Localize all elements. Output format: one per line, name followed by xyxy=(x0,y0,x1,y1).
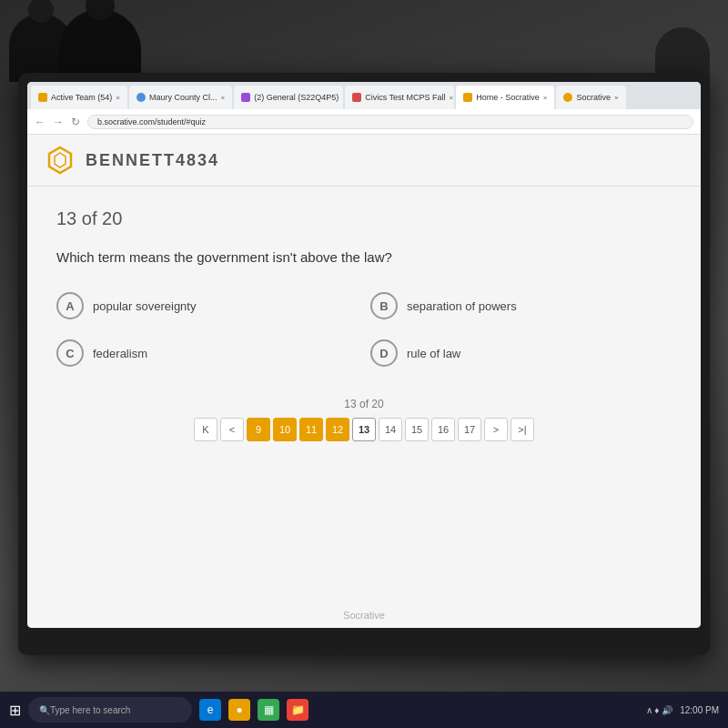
question-text: Which term means the government isn't ab… xyxy=(56,248,672,267)
address-input[interactable]: b.socrative.com/student/#quiz xyxy=(87,115,693,129)
tab-close-icon[interactable]: × xyxy=(543,94,548,102)
svg-marker-1 xyxy=(55,153,66,167)
start-button[interactable]: ⊞ xyxy=(9,702,21,719)
taskbar-icon-2[interactable]: ▦ xyxy=(258,699,279,721)
answer-bubble-b: B xyxy=(370,292,398,319)
address-bar: ← → ↻ b.socrative.com/student/#quiz xyxy=(27,109,701,135)
page-next-button[interactable]: > xyxy=(484,418,508,441)
tab-general[interactable]: (2) General (S22Q4P5) × xyxy=(234,86,343,109)
page-first-button[interactable]: K xyxy=(194,418,217,441)
svg-marker-0 xyxy=(49,147,71,173)
answer-text-c: federalism xyxy=(93,347,147,360)
taskbar: ⊞ 🔍 Type here to search e ● ▦ 📁 ∧ ♦ 🔊 12… xyxy=(0,692,728,728)
screen-bezel: Active Team (54) × Maury County Cl... × … xyxy=(27,82,701,628)
tab-home-socrative[interactable]: Home - Socrative × xyxy=(456,86,554,109)
tab-civics[interactable]: Civics Test MCPS Fall × xyxy=(345,86,454,109)
taskbar-right: ∧ ♦ 🔊 12:00 PM xyxy=(646,705,719,715)
taskbar-icon-1[interactable]: ● xyxy=(228,699,250,721)
page-prev-button[interactable]: < xyxy=(220,418,244,441)
socrative-logo xyxy=(46,146,75,175)
answer-text-b: separation of powers xyxy=(407,299,517,313)
page-13-button[interactable]: 13 xyxy=(352,418,376,441)
pagination-area: 13 of 20 K < 9 10 11 12 13 14 15 16 xyxy=(56,398,672,441)
reload-button[interactable]: ↻ xyxy=(71,116,80,128)
answer-bubble-d: D xyxy=(370,339,398,367)
page-10-button[interactable]: 10 xyxy=(273,418,297,441)
tab-close-icon[interactable]: × xyxy=(450,94,454,102)
answer-text-d: rule of law xyxy=(407,347,460,360)
tab-close-icon[interactable]: × xyxy=(116,94,120,102)
tab-bar: Active Team (54) × Maury County Cl... × … xyxy=(27,82,701,109)
background-people xyxy=(0,0,728,82)
answer-option-a[interactable]: A popular sovereignty xyxy=(56,288,358,323)
question-counter: 13 of 20 xyxy=(56,208,672,229)
answers-grid: A popular sovereignty B separation of po… xyxy=(56,288,672,370)
page-controls: K < 9 10 11 12 13 14 15 16 17 > xyxy=(194,418,534,441)
page-11-button[interactable]: 11 xyxy=(299,418,323,441)
room-name: BENNETT4834 xyxy=(86,151,219,170)
page-12-button[interactable]: 12 xyxy=(326,418,349,441)
tab-maury[interactable]: Maury County Cl... × xyxy=(129,86,232,109)
tab-close-icon[interactable]: × xyxy=(221,94,226,102)
page-last-button[interactable]: >| xyxy=(511,418,534,441)
page-16-button[interactable]: 16 xyxy=(431,418,455,441)
quiz-content: 13 of 20 Which term means the government… xyxy=(27,187,701,602)
back-button[interactable]: ← xyxy=(35,116,46,128)
page-15-button[interactable]: 15 xyxy=(405,418,429,441)
socrative-app: BENNETT4834 13 of 20 Which term means th… xyxy=(27,135,701,628)
answer-option-d[interactable]: D rule of law xyxy=(370,336,672,370)
laptop-frame: Active Team (54) × Maury County Cl... × … xyxy=(18,73,710,655)
search-icon: 🔍 xyxy=(39,705,50,715)
taskbar-edge-icon[interactable]: e xyxy=(199,699,221,721)
answer-option-c[interactable]: C federalism xyxy=(56,336,358,370)
browser-window: Active Team (54) × Maury County Cl... × … xyxy=(27,82,701,628)
clock: 12:00 PM xyxy=(680,705,719,715)
page-17-button[interactable]: 17 xyxy=(458,418,481,441)
answer-bubble-c: C xyxy=(56,339,84,367)
page-14-button[interactable]: 14 xyxy=(379,418,402,441)
pagination-label: 13 of 20 xyxy=(344,398,383,410)
tab-close-icon[interactable]: × xyxy=(342,94,343,102)
taskbar-search[interactable]: 🔍 Type here to search xyxy=(28,697,192,723)
tab-close-icon[interactable]: × xyxy=(614,94,619,102)
socrative-footer: Socrative xyxy=(27,602,701,628)
tab-socrative[interactable]: Socrative × xyxy=(556,86,625,109)
taskbar-icon-3[interactable]: 📁 xyxy=(287,699,308,721)
answer-option-b[interactable]: B separation of powers xyxy=(370,288,672,323)
answer-bubble-a: A xyxy=(56,292,84,319)
system-tray: ∧ ♦ 🔊 xyxy=(646,705,673,715)
answer-text-a: popular sovereignty xyxy=(93,299,196,313)
socrative-header: BENNETT4834 xyxy=(27,135,701,187)
tab-active-team[interactable]: Active Team (54) × xyxy=(31,86,127,109)
page-9-button[interactable]: 9 xyxy=(247,418,270,441)
forward-button[interactable]: → xyxy=(53,116,64,128)
